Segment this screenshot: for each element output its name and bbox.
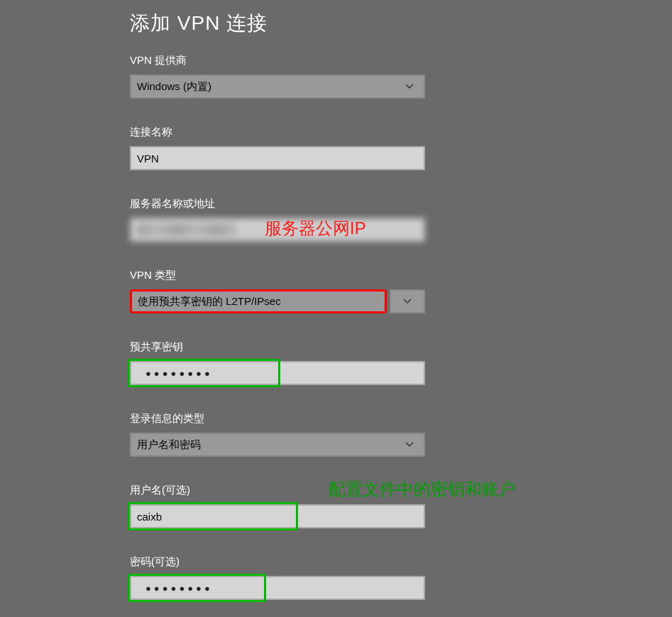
- dropdown-signin-info-value: 用户名和密码: [131, 438, 395, 452]
- dropdown-vpn-type-chevron[interactable]: [390, 289, 425, 313]
- field-vpn-type: VPN 类型 使用预共享密钥的 L2TP/IPsec: [130, 269, 612, 313]
- label-password: 密码(可选): [130, 555, 612, 569]
- field-server-address: 服务器名称或地址 服务器公网IP: [130, 197, 612, 242]
- input-preshared-key[interactable]: ●●●●●●●●: [130, 361, 425, 385]
- label-server-address: 服务器名称或地址: [130, 197, 612, 211]
- input-connection-name[interactable]: [130, 146, 425, 170]
- dropdown-vpn-provider-value: Windows (内置): [131, 80, 395, 94]
- dropdown-vpn-type[interactable]: 使用预共享密钥的 L2TP/IPsec: [130, 289, 387, 313]
- chevron-down-icon: [395, 434, 424, 455]
- field-username: 用户名(可选) 配置文件中的密钥和账户: [130, 484, 612, 528]
- dropdown-vpn-type-value: 使用预共享密钥的 L2TP/IPsec: [138, 295, 281, 308]
- label-preshared-key: 预共享密钥: [130, 340, 612, 354]
- label-connection-name: 连接名称: [130, 126, 612, 139]
- password-value: ●●●●●●●●: [137, 577, 213, 599]
- field-preshared-key: 预共享密钥 ●●●●●●●●: [130, 340, 612, 385]
- label-vpn-provider: VPN 提供商: [130, 54, 612, 67]
- input-server-address[interactable]: [130, 218, 425, 242]
- field-vpn-provider: VPN 提供商 Windows (内置): [130, 54, 612, 99]
- label-vpn-type: VPN 类型: [130, 269, 612, 282]
- label-signin-info: 登录信息的类型: [130, 412, 612, 426]
- dropdown-signin-info[interactable]: 用户名和密码: [130, 433, 425, 457]
- dropdown-vpn-provider[interactable]: Windows (内置): [130, 74, 425, 99]
- field-password: 密码(可选) ●●●●●●●●: [130, 555, 612, 600]
- input-username[interactable]: [130, 504, 425, 528]
- label-username: 用户名(可选): [130, 484, 612, 497]
- field-signin-info: 登录信息的类型 用户名和密码: [130, 412, 612, 457]
- field-connection-name: 连接名称: [130, 126, 612, 170]
- input-password[interactable]: ●●●●●●●●: [130, 576, 425, 600]
- page-title: 添加 VPN 连接: [130, 10, 612, 37]
- preshared-key-value: ●●●●●●●●: [137, 362, 213, 384]
- chevron-down-icon: [395, 76, 424, 97]
